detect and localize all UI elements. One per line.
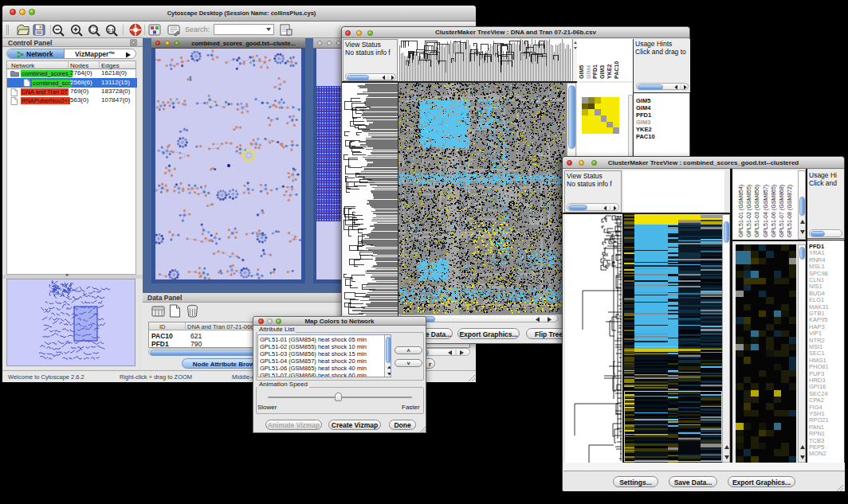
svg-text:1:1: 1:1 [108,28,114,33]
